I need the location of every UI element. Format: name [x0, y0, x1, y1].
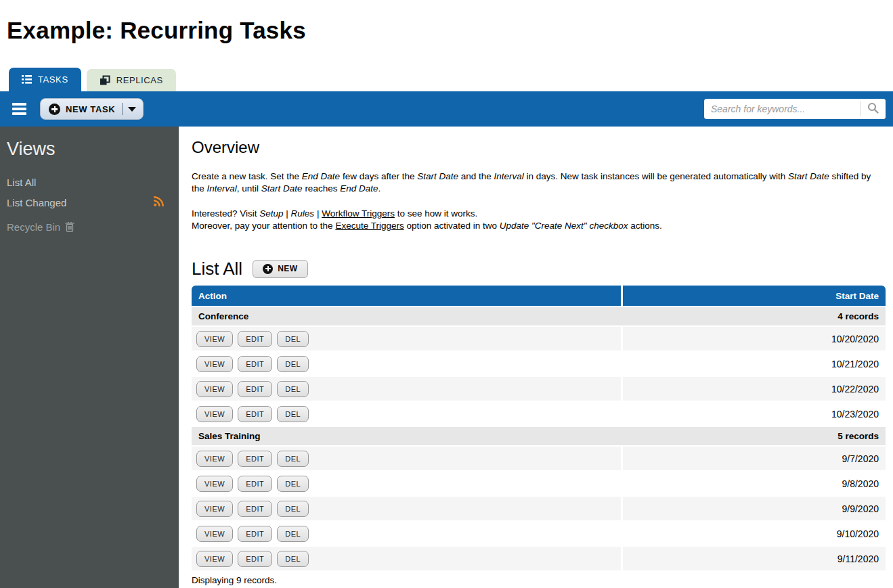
column-header-start-date: Start Date: [623, 286, 886, 306]
records-summary: Displaying 9 records.: [192, 575, 886, 585]
search-input[interactable]: [704, 104, 860, 114]
action-cell: VIEWEDITDEL: [192, 327, 621, 350]
chevron-down-icon[interactable]: [128, 107, 136, 112]
sidebar-item-list-changed[interactable]: List Changed: [7, 196, 164, 209]
view-button[interactable]: VIEW: [196, 526, 233, 542]
edit-button[interactable]: EDIT: [238, 356, 272, 372]
page-title: Example: Recurring Tasks: [7, 15, 893, 45]
del-button[interactable]: DEL: [277, 551, 309, 567]
view-button[interactable]: VIEW: [196, 501, 233, 517]
menu-icon[interactable]: [12, 103, 26, 115]
list-all-heading: List All: [192, 258, 242, 279]
group-record-count: 5 records: [837, 431, 886, 441]
sidebar-item-list-all[interactable]: List All: [7, 175, 164, 189]
new-record-button[interactable]: NEW: [253, 260, 308, 278]
del-button[interactable]: DEL: [277, 526, 309, 542]
search-icon: [867, 102, 879, 116]
text-segment: Start Date: [788, 171, 829, 181]
text-segment: Rules: [291, 208, 315, 219]
text-segment: Start Date: [261, 183, 303, 194]
group-header-row: Sales Training5 records: [192, 427, 886, 445]
start-date-cell: 10/22/2020: [623, 377, 886, 401]
text-segment: .: [378, 183, 380, 194]
action-cell: VIEWEDITDEL: [192, 402, 621, 426]
edit-button[interactable]: EDIT: [238, 331, 272, 347]
start-date-cell: 9/10/2020: [623, 522, 886, 545]
del-button[interactable]: DEL: [277, 501, 309, 517]
trash-icon: [65, 221, 74, 232]
edit-button[interactable]: EDIT: [238, 381, 272, 397]
sidebar-heading: Views: [7, 137, 164, 160]
view-button[interactable]: VIEW: [196, 476, 233, 492]
start-date-cell: 9/9/2020: [623, 497, 886, 520]
text-segment: to see how it works.: [395, 208, 477, 219]
view-button[interactable]: VIEW: [196, 551, 233, 567]
text-segment: End Date: [340, 183, 378, 194]
text-segment: Interval: [494, 171, 524, 181]
group-name: Sales Training: [192, 431, 837, 441]
start-date-cell: 9/7/2020: [623, 447, 886, 470]
main-panel: Overview Create a new task. Set the End …: [179, 127, 893, 588]
table-row: VIEWEDITDEL9/9/2020: [192, 497, 886, 520]
text-segment: |: [284, 208, 291, 219]
start-date-cell: 10/21/2020: [623, 352, 886, 376]
text-segment: Start Date: [417, 171, 458, 181]
edit-button[interactable]: EDIT: [238, 406, 272, 422]
del-button[interactable]: DEL: [277, 356, 309, 372]
table-header-row: Action Start Date: [192, 286, 886, 306]
sidebar-item-label: List All: [7, 177, 36, 188]
action-cell: VIEWEDITDEL: [192, 352, 621, 376]
sidebar-item-label: List Changed: [7, 197, 153, 208]
view-button[interactable]: VIEW: [196, 331, 233, 347]
search-button[interactable]: [861, 99, 886, 119]
tab-tasks[interactable]: TASKS: [9, 68, 81, 91]
group-record-count: 4 records: [837, 311, 886, 321]
text-segment: , until: [237, 183, 261, 194]
text-segment: option activated in two: [404, 221, 500, 231]
tab-label: TASKS: [38, 74, 68, 85]
text-segment: Create a new task. Set the: [192, 171, 302, 181]
task-table-body: Conference4 recordsVIEWEDITDEL10/20/2020…: [192, 307, 886, 570]
view-button[interactable]: VIEW: [196, 381, 233, 397]
tab-replicas[interactable]: REPLICAS: [87, 69, 176, 91]
edit-button[interactable]: EDIT: [238, 476, 272, 492]
sidebar: Views List All List Changed Recycle Bin: [0, 127, 179, 588]
del-button[interactable]: DEL: [277, 381, 309, 397]
new-button-label: NEW: [278, 264, 298, 273]
new-task-button[interactable]: NEW TASK: [40, 98, 144, 120]
inline-link[interactable]: Execute Triggers: [335, 221, 404, 231]
text-segment: actions.: [628, 221, 661, 231]
column-header-action: Action: [192, 286, 621, 306]
table-row: VIEWEDITDEL10/20/2020: [192, 327, 886, 350]
search-box: [704, 99, 886, 119]
edit-button[interactable]: EDIT: [238, 551, 272, 567]
inline-link[interactable]: Workflow Triggers: [322, 208, 395, 219]
del-button[interactable]: DEL: [277, 331, 309, 347]
edit-button[interactable]: EDIT: [238, 501, 272, 517]
overview-heading: Overview: [192, 137, 886, 158]
tab-bar: TASKS REPLICAS: [9, 68, 893, 91]
action-cell: VIEWEDITDEL: [192, 377, 621, 401]
table-row: VIEWEDITDEL9/8/2020: [192, 472, 886, 495]
edit-button[interactable]: EDIT: [238, 451, 272, 467]
text-segment: few days after the: [340, 171, 417, 181]
sidebar-item-recycle-bin[interactable]: Recycle Bin: [7, 220, 164, 233]
action-cell: VIEWEDITDEL: [192, 547, 621, 570]
del-button[interactable]: DEL: [277, 476, 309, 492]
edit-button[interactable]: EDIT: [238, 526, 272, 542]
del-button[interactable]: DEL: [277, 451, 309, 467]
rss-icon[interactable]: [153, 196, 164, 209]
plus-icon: [49, 104, 60, 115]
action-cell: VIEWEDITDEL: [192, 497, 621, 520]
text-segment: End Date: [302, 171, 340, 181]
text-segment: |: [314, 208, 322, 219]
view-button[interactable]: VIEW: [196, 451, 233, 467]
plus-icon: [263, 264, 273, 274]
view-button[interactable]: VIEW: [196, 406, 233, 422]
del-button[interactable]: DEL: [277, 406, 309, 422]
start-date-cell: 10/23/2020: [623, 402, 886, 426]
action-cell: VIEWEDITDEL: [192, 472, 621, 495]
view-button[interactable]: VIEW: [196, 356, 233, 372]
text-segment: Moreover, pay your attention to the: [192, 221, 335, 231]
text-segment: Setup: [259, 208, 283, 219]
